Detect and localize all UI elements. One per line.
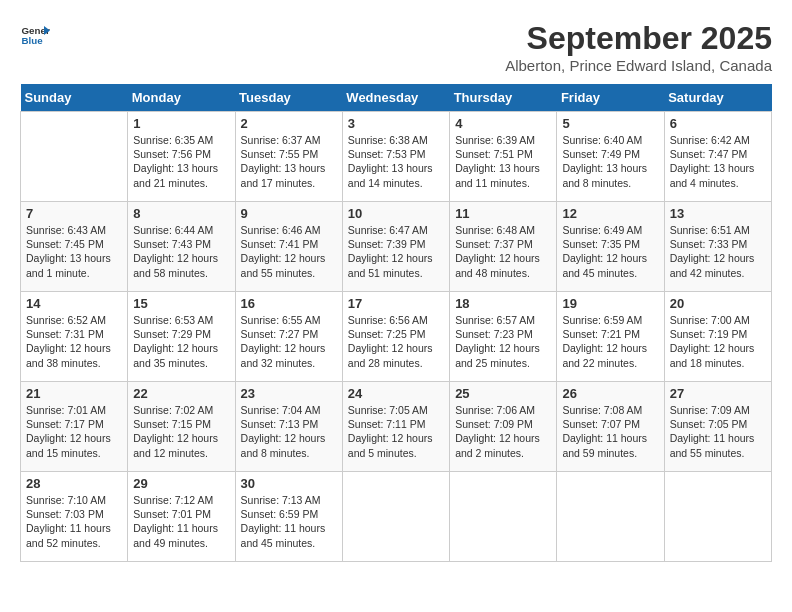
day-number: 17 <box>348 296 444 311</box>
day-number: 24 <box>348 386 444 401</box>
calendar-cell: 28Sunrise: 7:10 AM Sunset: 7:03 PM Dayli… <box>21 472 128 562</box>
weekday-header: Wednesday <box>342 84 449 112</box>
calendar-cell <box>664 472 771 562</box>
calendar-cell: 10Sunrise: 6:47 AM Sunset: 7:39 PM Dayli… <box>342 202 449 292</box>
day-number: 14 <box>26 296 122 311</box>
cell-daylight-info: Sunrise: 6:52 AM Sunset: 7:31 PM Dayligh… <box>26 313 122 370</box>
cell-daylight-info: Sunrise: 6:53 AM Sunset: 7:29 PM Dayligh… <box>133 313 229 370</box>
calendar-cell: 21Sunrise: 7:01 AM Sunset: 7:17 PM Dayli… <box>21 382 128 472</box>
calendar-cell: 25Sunrise: 7:06 AM Sunset: 7:09 PM Dayli… <box>450 382 557 472</box>
weekday-header: Thursday <box>450 84 557 112</box>
cell-daylight-info: Sunrise: 7:08 AM Sunset: 7:07 PM Dayligh… <box>562 403 658 460</box>
calendar-cell <box>21 112 128 202</box>
logo-icon: General Blue <box>20 20 50 50</box>
day-number: 13 <box>670 206 766 221</box>
cell-daylight-info: Sunrise: 7:04 AM Sunset: 7:13 PM Dayligh… <box>241 403 337 460</box>
calendar-cell: 14Sunrise: 6:52 AM Sunset: 7:31 PM Dayli… <box>21 292 128 382</box>
cell-daylight-info: Sunrise: 6:46 AM Sunset: 7:41 PM Dayligh… <box>241 223 337 280</box>
page-header: General Blue September 2025 Alberton, Pr… <box>20 20 772 74</box>
cell-daylight-info: Sunrise: 6:48 AM Sunset: 7:37 PM Dayligh… <box>455 223 551 280</box>
cell-daylight-info: Sunrise: 6:39 AM Sunset: 7:51 PM Dayligh… <box>455 133 551 190</box>
weekday-header: Saturday <box>664 84 771 112</box>
day-number: 11 <box>455 206 551 221</box>
cell-daylight-info: Sunrise: 7:12 AM Sunset: 7:01 PM Dayligh… <box>133 493 229 550</box>
day-number: 7 <box>26 206 122 221</box>
day-number: 20 <box>670 296 766 311</box>
day-number: 22 <box>133 386 229 401</box>
cell-daylight-info: Sunrise: 6:57 AM Sunset: 7:23 PM Dayligh… <box>455 313 551 370</box>
calendar-cell: 24Sunrise: 7:05 AM Sunset: 7:11 PM Dayli… <box>342 382 449 472</box>
calendar-table: SundayMondayTuesdayWednesdayThursdayFrid… <box>20 84 772 562</box>
calendar-cell: 1Sunrise: 6:35 AM Sunset: 7:56 PM Daylig… <box>128 112 235 202</box>
calendar-week-row: 21Sunrise: 7:01 AM Sunset: 7:17 PM Dayli… <box>21 382 772 472</box>
cell-daylight-info: Sunrise: 6:43 AM Sunset: 7:45 PM Dayligh… <box>26 223 122 280</box>
calendar-cell <box>342 472 449 562</box>
calendar-cell: 15Sunrise: 6:53 AM Sunset: 7:29 PM Dayli… <box>128 292 235 382</box>
cell-daylight-info: Sunrise: 6:56 AM Sunset: 7:25 PM Dayligh… <box>348 313 444 370</box>
day-number: 5 <box>562 116 658 131</box>
calendar-week-row: 1Sunrise: 6:35 AM Sunset: 7:56 PM Daylig… <box>21 112 772 202</box>
day-number: 27 <box>670 386 766 401</box>
calendar-body: 1Sunrise: 6:35 AM Sunset: 7:56 PM Daylig… <box>21 112 772 562</box>
calendar-cell: 16Sunrise: 6:55 AM Sunset: 7:27 PM Dayli… <box>235 292 342 382</box>
cell-daylight-info: Sunrise: 7:02 AM Sunset: 7:15 PM Dayligh… <box>133 403 229 460</box>
cell-daylight-info: Sunrise: 6:51 AM Sunset: 7:33 PM Dayligh… <box>670 223 766 280</box>
cell-daylight-info: Sunrise: 6:55 AM Sunset: 7:27 PM Dayligh… <box>241 313 337 370</box>
day-number: 4 <box>455 116 551 131</box>
calendar-week-row: 7Sunrise: 6:43 AM Sunset: 7:45 PM Daylig… <box>21 202 772 292</box>
calendar-cell: 22Sunrise: 7:02 AM Sunset: 7:15 PM Dayli… <box>128 382 235 472</box>
day-number: 9 <box>241 206 337 221</box>
calendar-cell: 29Sunrise: 7:12 AM Sunset: 7:01 PM Dayli… <box>128 472 235 562</box>
day-number: 12 <box>562 206 658 221</box>
calendar-cell: 8Sunrise: 6:44 AM Sunset: 7:43 PM Daylig… <box>128 202 235 292</box>
title-block: September 2025 Alberton, Prince Edward I… <box>505 20 772 74</box>
calendar-cell: 5Sunrise: 6:40 AM Sunset: 7:49 PM Daylig… <box>557 112 664 202</box>
calendar-week-row: 14Sunrise: 6:52 AM Sunset: 7:31 PM Dayli… <box>21 292 772 382</box>
calendar-cell: 30Sunrise: 7:13 AM Sunset: 6:59 PM Dayli… <box>235 472 342 562</box>
calendar-cell <box>557 472 664 562</box>
cell-daylight-info: Sunrise: 6:47 AM Sunset: 7:39 PM Dayligh… <box>348 223 444 280</box>
day-number: 30 <box>241 476 337 491</box>
calendar-cell: 26Sunrise: 7:08 AM Sunset: 7:07 PM Dayli… <box>557 382 664 472</box>
calendar-cell: 27Sunrise: 7:09 AM Sunset: 7:05 PM Dayli… <box>664 382 771 472</box>
cell-daylight-info: Sunrise: 6:44 AM Sunset: 7:43 PM Dayligh… <box>133 223 229 280</box>
day-number: 23 <box>241 386 337 401</box>
cell-daylight-info: Sunrise: 6:38 AM Sunset: 7:53 PM Dayligh… <box>348 133 444 190</box>
cell-daylight-info: Sunrise: 7:09 AM Sunset: 7:05 PM Dayligh… <box>670 403 766 460</box>
cell-daylight-info: Sunrise: 6:40 AM Sunset: 7:49 PM Dayligh… <box>562 133 658 190</box>
day-number: 26 <box>562 386 658 401</box>
calendar-cell: 17Sunrise: 6:56 AM Sunset: 7:25 PM Dayli… <box>342 292 449 382</box>
day-number: 3 <box>348 116 444 131</box>
day-number: 21 <box>26 386 122 401</box>
day-number: 15 <box>133 296 229 311</box>
day-number: 8 <box>133 206 229 221</box>
day-number: 1 <box>133 116 229 131</box>
month-title: September 2025 <box>505 20 772 57</box>
calendar-cell: 11Sunrise: 6:48 AM Sunset: 7:37 PM Dayli… <box>450 202 557 292</box>
day-number: 16 <box>241 296 337 311</box>
calendar-header: SundayMondayTuesdayWednesdayThursdayFrid… <box>21 84 772 112</box>
cell-daylight-info: Sunrise: 7:06 AM Sunset: 7:09 PM Dayligh… <box>455 403 551 460</box>
cell-daylight-info: Sunrise: 6:59 AM Sunset: 7:21 PM Dayligh… <box>562 313 658 370</box>
calendar-cell: 18Sunrise: 6:57 AM Sunset: 7:23 PM Dayli… <box>450 292 557 382</box>
location-subtitle: Alberton, Prince Edward Island, Canada <box>505 57 772 74</box>
calendar-cell: 6Sunrise: 6:42 AM Sunset: 7:47 PM Daylig… <box>664 112 771 202</box>
weekday-header: Friday <box>557 84 664 112</box>
calendar-cell: 20Sunrise: 7:00 AM Sunset: 7:19 PM Dayli… <box>664 292 771 382</box>
calendar-cell: 4Sunrise: 6:39 AM Sunset: 7:51 PM Daylig… <box>450 112 557 202</box>
calendar-cell: 9Sunrise: 6:46 AM Sunset: 7:41 PM Daylig… <box>235 202 342 292</box>
cell-daylight-info: Sunrise: 7:00 AM Sunset: 7:19 PM Dayligh… <box>670 313 766 370</box>
logo: General Blue <box>20 20 50 50</box>
cell-daylight-info: Sunrise: 6:35 AM Sunset: 7:56 PM Dayligh… <box>133 133 229 190</box>
weekday-header: Monday <box>128 84 235 112</box>
cell-daylight-info: Sunrise: 6:49 AM Sunset: 7:35 PM Dayligh… <box>562 223 658 280</box>
cell-daylight-info: Sunrise: 6:37 AM Sunset: 7:55 PM Dayligh… <box>241 133 337 190</box>
cell-daylight-info: Sunrise: 7:13 AM Sunset: 6:59 PM Dayligh… <box>241 493 337 550</box>
day-number: 2 <box>241 116 337 131</box>
day-number: 25 <box>455 386 551 401</box>
weekday-header: Tuesday <box>235 84 342 112</box>
calendar-cell: 19Sunrise: 6:59 AM Sunset: 7:21 PM Dayli… <box>557 292 664 382</box>
weekday-header-row: SundayMondayTuesdayWednesdayThursdayFrid… <box>21 84 772 112</box>
calendar-cell: 12Sunrise: 6:49 AM Sunset: 7:35 PM Dayli… <box>557 202 664 292</box>
cell-daylight-info: Sunrise: 7:05 AM Sunset: 7:11 PM Dayligh… <box>348 403 444 460</box>
